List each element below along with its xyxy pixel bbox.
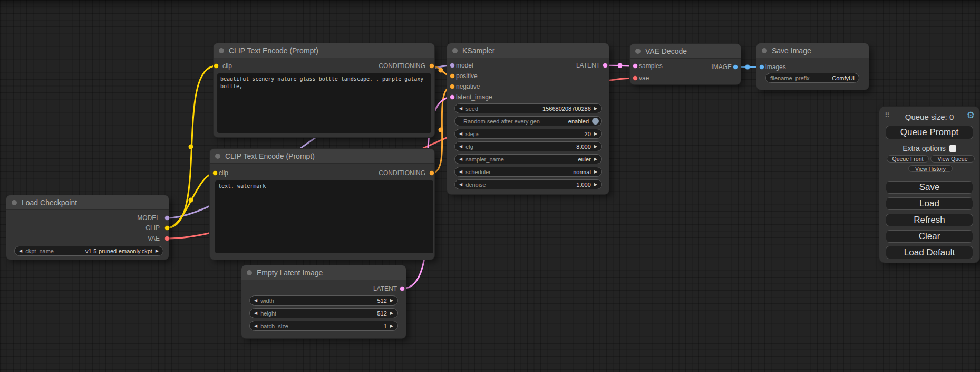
- refresh-button[interactable]: Refresh: [886, 214, 973, 226]
- ckpt-name-widget[interactable]: ◀ ckpt_name v1-5-pruned-emaonly.ckpt ▶: [14, 246, 163, 256]
- link-midpoint-dot: [189, 145, 193, 149]
- node-title: Save Image: [772, 46, 811, 55]
- stepper-right-icon[interactable]: ▶: [390, 324, 393, 328]
- input-label-clip: clip: [222, 62, 232, 70]
- stepper-right-icon[interactable]: ▶: [594, 145, 597, 149]
- stepper-left-icon[interactable]: ◀: [459, 145, 462, 149]
- stepper-left-icon[interactable]: ◀: [459, 170, 462, 174]
- input-label-model: model: [456, 61, 473, 70]
- node-clip-text-encode-positive[interactable]: CLIP Text Encode (Prompt) clip CONDITION…: [214, 43, 434, 137]
- node-title-bar[interactable]: KSampler: [447, 43, 609, 58]
- stepper-left-icon[interactable]: ◀: [459, 132, 462, 136]
- node-ksampler[interactable]: KSampler model positive negative latent_…: [447, 43, 609, 194]
- stepper-left-icon[interactable]: ◀: [459, 107, 462, 111]
- input-label-positive: positive: [456, 72, 478, 80]
- widget-value: v1-5-pruned-emaonly.ckpt: [85, 248, 152, 254]
- node-load-checkpoint[interactable]: Load Checkpoint MODEL CLIP VAE ◀ ckpt_na…: [6, 195, 169, 260]
- node-title-bar[interactable]: Load Checkpoint: [6, 195, 169, 210]
- stepper-right-icon[interactable]: ▶: [594, 107, 597, 111]
- stepper-left-icon[interactable]: ◀: [459, 183, 462, 187]
- stepper-right-icon[interactable]: ▶: [390, 311, 393, 316]
- queue-front-button[interactable]: Queue Front: [887, 155, 929, 163]
- scheduler-widget[interactable]: ◀ scheduler normal ▶: [454, 167, 602, 177]
- load-button[interactable]: Load: [886, 197, 973, 210]
- collapse-dot-icon[interactable]: [247, 270, 252, 275]
- node-title-bar[interactable]: CLIP Text Encode (Prompt): [214, 43, 434, 58]
- seed-widget[interactable]: ◀ seed 156680208700286 ▶: [454, 103, 602, 113]
- stepper-left-icon[interactable]: ◀: [19, 249, 22, 253]
- widget-value: enabled: [568, 118, 589, 125]
- stepper-right-icon[interactable]: ▶: [390, 299, 393, 303]
- node-title: CLIP Text Encode (Prompt): [229, 46, 318, 55]
- node-title: VAE Decode: [645, 47, 687, 55]
- output-label-latent: LATENT: [576, 61, 600, 70]
- width-widget[interactable]: ◀ width 512 ▶: [249, 295, 398, 306]
- queue-panel[interactable]: ⠿ Queue size: 0 ⚙ Queue Prompt Extra opt…: [879, 107, 979, 263]
- collapse-dot-icon[interactable]: [215, 154, 220, 159]
- link-midpoint-dot: [439, 128, 443, 132]
- batch-size-widget[interactable]: ◀ batch_size 1 ▶: [249, 321, 398, 331]
- widget-value: ComfyUI: [832, 75, 855, 81]
- node-title: KSampler: [462, 46, 494, 55]
- view-history-button[interactable]: View History: [908, 165, 953, 172]
- widget-label: width: [260, 298, 274, 304]
- negative-prompt-textarea[interactable]: text, watermark: [215, 180, 433, 253]
- steps-widget[interactable]: ◀ steps 20 ▶: [454, 129, 602, 139]
- save-button[interactable]: Save: [886, 181, 973, 194]
- stepper-left-icon[interactable]: ◀: [254, 324, 257, 328]
- collapse-dot-icon[interactable]: [762, 48, 767, 53]
- link-midpoint-dot: [745, 65, 750, 70]
- input-label-samples: samples: [639, 62, 663, 70]
- collapse-dot-icon[interactable]: [452, 48, 458, 53]
- queue-prompt-button[interactable]: Queue Prompt: [886, 126, 973, 139]
- graph-canvas[interactable]: Load Checkpoint MODEL CLIP VAE ◀ ckpt_na…: [0, 0, 980, 372]
- node-empty-latent-image[interactable]: Empty Latent Image LATENT ◀ width 512 ▶ …: [241, 265, 406, 338]
- collapse-dot-icon[interactable]: [219, 48, 224, 53]
- height-widget[interactable]: ◀ height 512 ▶: [249, 308, 398, 318]
- widget-value: 1.000: [576, 182, 591, 188]
- queue-size-label: Queue size: 0: [879, 112, 979, 121]
- widget-label: sampler_name: [465, 156, 504, 163]
- node-vae-decode[interactable]: VAE Decode samples vae IMAGE: [630, 44, 741, 84]
- input-label-clip: clip: [219, 169, 228, 177]
- view-queue-button[interactable]: View Queue: [930, 155, 975, 163]
- widget-label: batch_size: [260, 323, 288, 329]
- load-default-button[interactable]: Load Default: [886, 246, 973, 259]
- node-save-image[interactable]: Save Image images filename_prefix ComfyU…: [756, 43, 869, 90]
- stepper-right-icon[interactable]: ▶: [594, 157, 597, 161]
- stepper-left-icon[interactable]: ◀: [254, 311, 257, 316]
- extra-options-label: Extra options: [903, 144, 946, 152]
- node-title-bar[interactable]: Save Image: [756, 43, 869, 58]
- input-label-images: images: [765, 63, 786, 71]
- stepper-left-icon[interactable]: ◀: [459, 157, 462, 161]
- stepper-right-icon[interactable]: ▶: [594, 183, 597, 187]
- node-title-bar[interactable]: VAE Decode: [630, 44, 741, 59]
- denoise-widget[interactable]: ◀ denoise 1.000 ▶: [454, 179, 602, 189]
- filename-prefix-widget[interactable]: filename_prefix ComfyUI: [765, 73, 859, 83]
- node-title-bar[interactable]: Empty Latent Image: [241, 265, 406, 280]
- toggle-dot-icon[interactable]: [592, 118, 599, 125]
- output-label-image: IMAGE: [711, 63, 732, 71]
- input-label-negative: negative: [456, 82, 480, 91]
- stepper-right-icon[interactable]: ▶: [594, 132, 597, 136]
- widget-label: height: [260, 310, 276, 317]
- collapse-dot-icon[interactable]: [635, 49, 641, 54]
- extra-options-checkbox[interactable]: [949, 145, 956, 152]
- collapse-dot-icon[interactable]: [12, 200, 17, 205]
- node-clip-text-encode-negative[interactable]: CLIP Text Encode (Prompt) clip CONDITION…: [210, 149, 434, 260]
- positive-prompt-textarea[interactable]: beautiful scenery nature glass bottle la…: [217, 73, 431, 133]
- gear-icon[interactable]: ⚙: [967, 110, 975, 121]
- node-title-bar[interactable]: CLIP Text Encode (Prompt): [210, 149, 434, 164]
- stepper-right-icon[interactable]: ▶: [156, 249, 159, 253]
- stepper-right-icon[interactable]: ▶: [594, 170, 597, 174]
- wire-clip-positive: [167, 66, 216, 228]
- cfg-widget[interactable]: ◀ cfg 8.000 ▶: [454, 141, 602, 151]
- widget-value: euler: [578, 156, 590, 163]
- clear-button[interactable]: Clear: [886, 230, 973, 243]
- widget-value: 512: [377, 298, 386, 304]
- random-seed-toggle-widget[interactable]: Random seed after every gen enabled: [454, 116, 602, 126]
- stepper-left-icon[interactable]: ◀: [254, 299, 257, 303]
- widget-label: cfg: [465, 144, 473, 150]
- widget-label: denoise: [465, 182, 486, 188]
- sampler-name-widget[interactable]: ◀ sampler_name euler ▶: [454, 154, 602, 164]
